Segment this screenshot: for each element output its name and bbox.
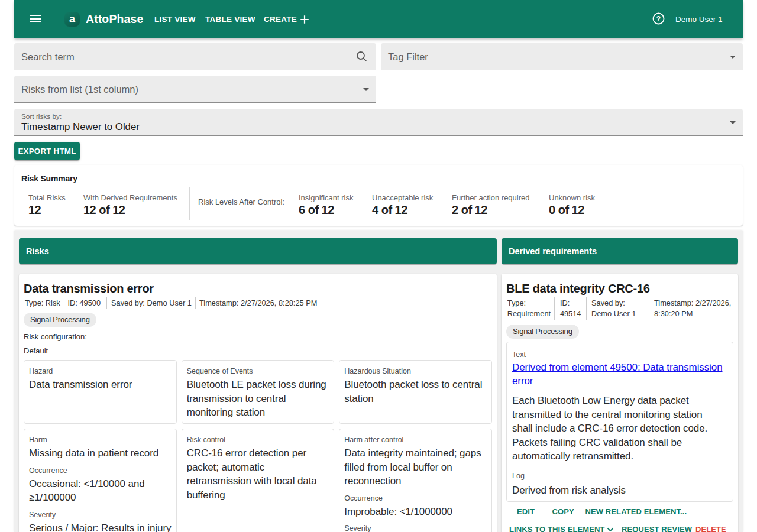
svg-text:?: ? bbox=[656, 15, 661, 23]
